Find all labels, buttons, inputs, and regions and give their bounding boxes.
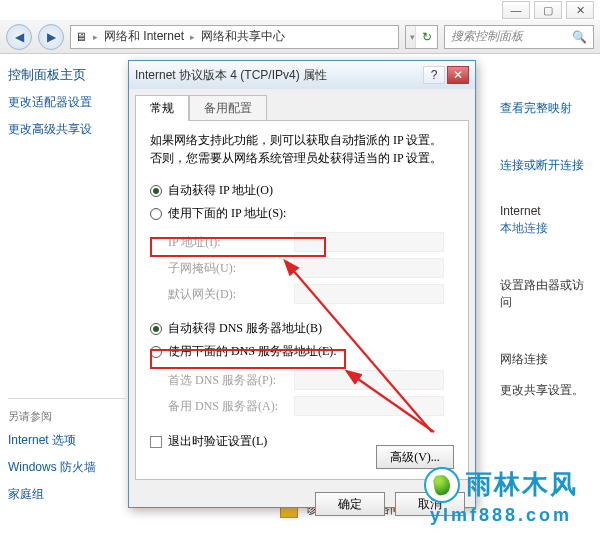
tab-body: 如果网络支持此功能，则可以获取自动指派的 IP 设置。否则，您需要从网络系统管理… bbox=[135, 120, 469, 480]
breadcrumb[interactable]: 🖥 ▸ 网络和 Internet ▸ 网络和共享中心 bbox=[70, 25, 399, 49]
label-internet: Internet bbox=[500, 204, 590, 218]
tab-alternate-config[interactable]: 备用配置 bbox=[189, 95, 267, 121]
dialog-titlebar: Internet 协议版本 4 (TCP/IPv4) 属性 ? ✕ bbox=[129, 61, 475, 89]
radio-auto-ip[interactable] bbox=[150, 185, 162, 197]
radio-manual-ip-label: 使用下面的 IP 地址(S): bbox=[168, 205, 286, 222]
radio-auto-dns-label: 自动获得 DNS 服务器地址(B) bbox=[168, 320, 322, 337]
sidebar-heading: 控制面板主页 bbox=[8, 66, 126, 84]
input-ip bbox=[294, 232, 444, 252]
dialog-close-button[interactable]: ✕ bbox=[447, 66, 469, 84]
radio-auto-ip-label: 自动获得 IP 地址(O) bbox=[168, 182, 273, 199]
back-button[interactable]: ◀ bbox=[6, 24, 32, 50]
watermark-banner: 雨林木风 ylmf888.com bbox=[408, 460, 594, 532]
crumb-network-internet[interactable]: 网络和 Internet bbox=[104, 28, 184, 45]
search-placeholder: 搜索控制面板 bbox=[451, 28, 523, 45]
refresh-button[interactable]: ↻ bbox=[415, 26, 437, 48]
sidebar-link-adapter[interactable]: 更改适配器设置 bbox=[8, 94, 126, 111]
maximize-button[interactable]: ▢ bbox=[534, 1, 562, 19]
option-manual-ip[interactable]: 使用下面的 IP 地址(S): bbox=[150, 202, 454, 225]
sidebar-see-also: 另请参阅 bbox=[8, 409, 126, 424]
forward-button[interactable]: ▶ bbox=[38, 24, 64, 50]
tab-general[interactable]: 常规 bbox=[135, 95, 189, 121]
watermark-url: ylmf888.com bbox=[430, 505, 572, 526]
label-ip: IP 地址(I): bbox=[168, 234, 288, 251]
checkbox-validate-label: 退出时验证设置(L) bbox=[168, 433, 267, 450]
label-dns1: 首选 DNS 服务器(P): bbox=[168, 372, 288, 389]
option-auto-dns[interactable]: 自动获得 DNS 服务器地址(B) bbox=[150, 317, 454, 340]
watermark-name: 雨林木风 bbox=[466, 467, 578, 502]
radio-auto-dns[interactable] bbox=[150, 323, 162, 335]
sidebar-link-firewall[interactable]: Windows 防火墙 bbox=[8, 459, 126, 476]
window-close-button[interactable]: ✕ bbox=[566, 1, 594, 19]
right-panel: 查看完整映射 连接或断开连接 Internet 本地连接 设置路由器或访问 网络… bbox=[500, 100, 590, 429]
minimize-button[interactable]: — bbox=[502, 1, 530, 19]
label-network-connection: 网络连接 bbox=[500, 351, 590, 368]
intro-text: 如果网络支持此功能，则可以获取自动指派的 IP 设置。否则，您需要从网络系统管理… bbox=[150, 131, 454, 167]
option-manual-dns[interactable]: 使用下面的 DNS 服务器地址(E): bbox=[150, 340, 454, 363]
ylmf-logo-icon bbox=[424, 467, 460, 503]
checkbox-validate-on-exit[interactable] bbox=[150, 436, 162, 448]
search-input[interactable]: 搜索控制面板 🔍 bbox=[444, 25, 594, 49]
chevron-right-icon: ▸ bbox=[93, 32, 98, 42]
explorer-nav-bar: ◀ ▶ 🖥 ▸ 网络和 Internet ▸ 网络和共享中心 ▾ ↻ 搜索控制面… bbox=[0, 20, 600, 54]
label-gateway: 默认网关(D): bbox=[168, 286, 288, 303]
sidebar-link-advanced-sharing[interactable]: 更改高级共享设 bbox=[8, 121, 126, 138]
link-connect-disconnect[interactable]: 连接或断开连接 bbox=[500, 157, 590, 174]
radio-manual-ip[interactable] bbox=[150, 208, 162, 220]
option-auto-ip[interactable]: 自动获得 IP 地址(O) bbox=[150, 179, 454, 202]
sidebar-link-internet-options[interactable]: Internet 选项 bbox=[8, 432, 126, 449]
label-router-question: 设置路由器或访问 bbox=[500, 277, 590, 311]
label-change-sharing: 更改共享设置。 bbox=[500, 382, 590, 399]
input-gateway bbox=[294, 284, 444, 304]
label-mask: 子网掩码(U): bbox=[168, 260, 288, 277]
chevron-right-icon: ▸ bbox=[190, 32, 195, 42]
radio-manual-dns[interactable] bbox=[150, 346, 162, 358]
dialog-title: Internet 协议版本 4 (TCP/IPv4) 属性 bbox=[135, 67, 421, 84]
crumb-network-center[interactable]: 网络和共享中心 bbox=[201, 28, 285, 45]
sidebar-link-homegroup[interactable]: 家庭组 bbox=[8, 486, 126, 503]
label-dns2: 备用 DNS 服务器(A): bbox=[168, 398, 288, 415]
ipv4-properties-dialog: Internet 协议版本 4 (TCP/IPv4) 属性 ? ✕ 常规 备用配… bbox=[128, 60, 476, 508]
computer-icon: 🖥 bbox=[75, 30, 87, 44]
link-local-connection[interactable]: 本地连接 bbox=[500, 220, 590, 237]
search-icon: 🔍 bbox=[572, 30, 587, 44]
ok-button[interactable]: 确定 bbox=[315, 492, 385, 516]
radio-manual-dns-label: 使用下面的 DNS 服务器地址(E): bbox=[168, 343, 337, 360]
input-dns2 bbox=[294, 396, 444, 416]
input-mask bbox=[294, 258, 444, 278]
help-button[interactable]: ? bbox=[423, 66, 445, 84]
sidebar: 控制面板主页 更改适配器设置 更改高级共享设 另请参阅 Internet 选项 … bbox=[8, 66, 126, 513]
input-dns1 bbox=[294, 370, 444, 390]
link-full-map[interactable]: 查看完整映射 bbox=[500, 100, 590, 117]
